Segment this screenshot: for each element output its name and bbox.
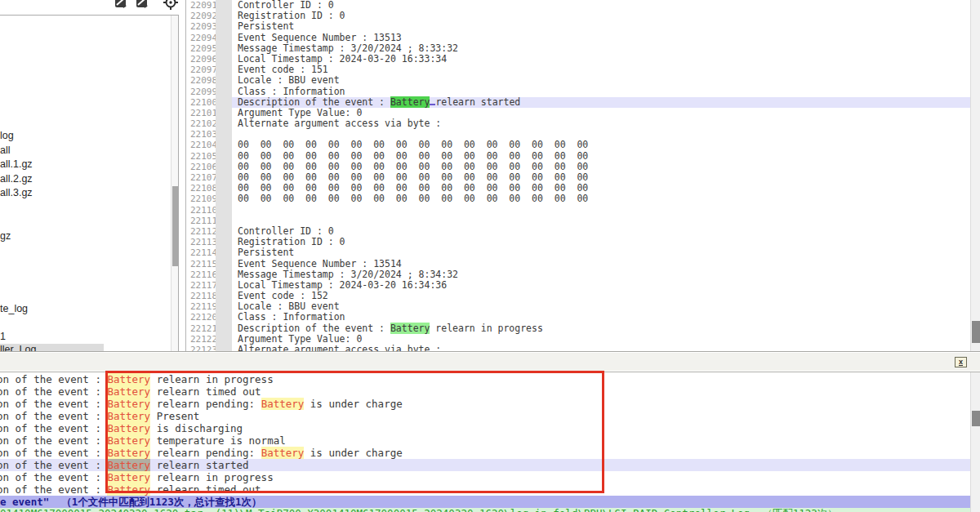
fold-margin [216, 291, 232, 301]
line-number: 22093 [186, 21, 216, 32]
result-text: Present [150, 410, 199, 422]
file-list-item[interactable]: all.3.gz [0, 187, 33, 199]
search-match-highlight: Battery [390, 323, 430, 334]
file-list-item[interactable]: 1 [0, 331, 6, 343]
close-results-button[interactable]: x [955, 357, 967, 367]
result-row[interactable]: on of the event : Battery relearn timed … [0, 385, 970, 398]
editor-line[interactable]: 22092Registration ID : 0 [186, 11, 970, 21]
editor-line[interactable]: 22113Registration ID : 0 [186, 237, 970, 247]
line-number: 22116 [186, 269, 216, 280]
file-list-item[interactable]: ller_Log [0, 344, 104, 351]
text-run: Local Timestamp : 2024-03-20 16:34:36 [238, 279, 447, 291]
line-number: 22099 [186, 87, 216, 97]
editor-line[interactable]: 2210900 00 00 00 00 00 00 00 00 00 00 00… [186, 194, 970, 204]
line-number: 22109 [186, 194, 216, 204]
search-summary: e event" （1个文件中匹配到1123次，总计查找1次） [0, 496, 970, 508]
result-row[interactable]: on of the event : Battery relearn in pro… [0, 471, 970, 483]
line-text: Local Timestamp : 2024-03-20 16:33:34 [232, 54, 970, 65]
file-list-item[interactable]: log [0, 130, 14, 142]
line-text [232, 205, 970, 216]
text-run: 00 00 00 00 00 00 00 00 00 00 00 00 00 0… [238, 193, 588, 204]
line-number: 22101 [186, 108, 216, 118]
file-list-item[interactable]: gz [0, 230, 11, 243]
fold-margin [216, 151, 232, 162]
result-row[interactable]: on of the event : Battery relearn pendin… [0, 398, 970, 410]
file-list-item[interactable]: all.1.gz [0, 158, 33, 171]
fold-margin [216, 33, 232, 43]
result-prefix: on of the event : [0, 385, 107, 398]
text-run: Class : Information [238, 86, 345, 97]
result-row[interactable]: on of the event : Battery Present [0, 410, 970, 422]
line-number: 22097 [186, 65, 216, 75]
line-number: 22106 [186, 162, 216, 172]
fold-margin [216, 247, 232, 258]
result-prefix: on of the event : [0, 483, 107, 496]
fold-margin [216, 108, 232, 118]
results-panel-splitter[interactable]: x [0, 351, 980, 372]
file-panel-scrollbar[interactable] [171, 16, 178, 351]
result-row[interactable]: on of the event : Battery temperature is… [0, 434, 970, 447]
result-row[interactable]: on of the event : Battery is discharging [0, 422, 970, 434]
text-run: Description of the event : [238, 96, 390, 108]
result-row[interactable]: on of the event : Battery relearn pendin… [0, 447, 970, 459]
export-log-icon-2[interactable] [135, 0, 149, 10]
result-row[interactable]: on of the event : Battery relearn in pro… [0, 373, 970, 385]
result-prefix: on of the event : [0, 447, 107, 459]
search-match-highlight: Battery [390, 96, 430, 108]
text-run: Alternate argument access via byte : [238, 344, 441, 351]
result-row[interactable]: on of the event : Battery relearn timed … [0, 483, 970, 496]
result-text: temperature is normal [150, 434, 286, 447]
text-run: Argument Type Value: 0 [238, 107, 362, 118]
text-run: Controller ID : 0 [238, 0, 334, 11]
fold-margin [216, 54, 232, 65]
result-text: is under charge [304, 447, 402, 459]
result-prefix: on of the event : [0, 398, 107, 410]
line-number: 22113 [186, 237, 216, 247]
fold-margin [216, 11, 232, 21]
file-panel-scrollbar-thumb[interactable] [172, 186, 178, 266]
result-row[interactable]: on of the event : Battery relearn starte… [0, 459, 970, 471]
text-run: Description of the event : [238, 323, 390, 334]
export-log-icon[interactable] [114, 0, 128, 10]
target-locate-icon[interactable] [163, 0, 178, 10]
text-run: 00 00 00 00 00 00 00 00 00 00 00 00 00 0… [238, 139, 588, 150]
result-prefix: on of the event : [0, 471, 107, 483]
text-run: Controller ID : 0 [238, 225, 334, 237]
result-prefix: on of the event : [0, 373, 107, 385]
result-text: relearn in progress [150, 471, 274, 483]
editor-line[interactable]: 22123Alternate argument access via byte … [186, 345, 970, 351]
fold-margin [216, 140, 232, 150]
fold-margin [216, 21, 232, 32]
text-run: Registration ID : 0 [238, 236, 345, 247]
text-run: Message Timestamp : 3/20/2024 ; 8:34:32 [238, 269, 458, 280]
line-number: 22103 [186, 129, 216, 140]
result-text: relearn pending: [150, 398, 261, 410]
line-text: 00 00 00 00 00 00 00 00 00 00 00 00 00 0… [232, 194, 970, 204]
line-number: 22095 [186, 43, 216, 54]
editor-line[interactable]: 22110 [186, 205, 970, 216]
battery-match: Battery [107, 459, 150, 471]
text-run: Message Timestamp : 3/20/2024 ; 8:33:32 [238, 42, 458, 54]
file-list-item[interactable]: te_log [0, 303, 28, 315]
find-results-panel[interactable]: on of the event : Battery relearn in pro… [0, 373, 970, 496]
result-prefix: on of the event : [0, 434, 107, 447]
editor-scrollbar-thumb[interactable] [972, 321, 980, 343]
find-results-rows: on of the event : Battery relearn in pro… [0, 373, 970, 496]
line-number: 22114 [186, 247, 216, 258]
editor-scrollbar[interactable] [970, 0, 980, 512]
result-prefix: on of the event : [0, 459, 107, 471]
line-number: 22118 [186, 291, 216, 301]
results-scrollbar-thumb[interactable] [972, 411, 980, 426]
line-number: 22100 [186, 97, 216, 108]
file-list-item[interactable]: all [0, 145, 11, 157]
file-list-panel[interactable]: logallall.1.gzall.2.gzall.3.gzgzte_log1l… [0, 15, 179, 351]
line-number: 22119 [186, 301, 216, 312]
editor-line[interactable]: 22102Alternate argument access via byte … [186, 118, 970, 129]
file-list-item[interactable]: all.2.gz [0, 173, 33, 185]
text-run: Event Sequence Number : 13514 [238, 258, 402, 269]
log-editor[interactable]: 22091Controller ID : 022092Registration … [185, 0, 970, 351]
line-number: 22117 [186, 280, 216, 291]
line-number: 22115 [186, 259, 216, 269]
text-run: Local Timestamp : 2024-03-20 16:33:34 [238, 53, 447, 65]
battery-match: Battery [107, 471, 150, 483]
